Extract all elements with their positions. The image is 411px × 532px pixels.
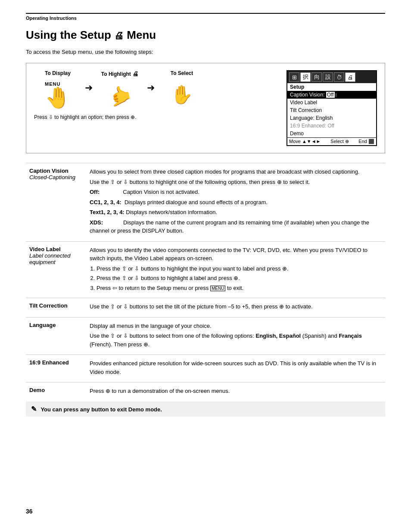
step-display-icon: MENU 🤚 [45,80,71,110]
steps-box: To Display MENU 🤚 ➜ To Highlight 🖨 [26,63,385,153]
icon-2: 択 [300,72,311,82]
step-display: To Display MENU 🤚 [34,70,81,110]
menu-demo: Demo [287,130,376,137]
tv-menu-icons: ⊞ 択 向 設 ⏱ 🖨 [287,71,376,83]
note-icon: ✎ [31,405,37,413]
menu-setup: Setup [287,83,376,91]
page-number: 36 [26,508,33,515]
desc-tilt: Use the ⇧ or ⇩ buttons to set the tilt o… [86,298,385,317]
header-line [26,13,385,14]
icon-4: 設 [323,72,333,82]
step-highlight: To Highlight 🖨 🤙 [96,70,143,111]
page-title: Using the Setup 🖨 Menu [26,28,385,42]
row-demo: Demo Press ⊕ to run a demonstration of t… [26,383,385,401]
row-video-label: Video Label Label connected equipment Al… [26,241,385,298]
icon-6: 🖨 [345,72,355,82]
desc-169: Provides enhanced picture resolution for… [86,355,385,383]
row-note: ✎ You can press any button to exit Demo … [26,401,385,417]
feature-name-169: 16:9 Enhanced [26,355,86,383]
setup-icon: 🖨 [114,30,124,41]
feature-name-tilt: Tilt Correction [26,298,86,317]
row-tilt: Tilt Correction Use the ⇧ or ⇩ buttons t… [26,298,385,317]
desc-caption-vision: Allows you to select from three closed c… [86,163,385,242]
step-display-label: To Display [45,70,71,76]
menu-video-label: Video Label [287,99,376,106]
icon-1: ⊞ [289,72,299,82]
step-highlight-icon: 🤙 [109,81,131,111]
step-highlight-label: To Highlight 🖨 [101,70,138,77]
arrow-2: ➜ [143,82,158,93]
icon-5: ⏱ [334,72,344,82]
select-hand: ✋ [171,86,193,104]
menu-caption: Caption Vision: Off↕ [287,91,376,99]
step-select-icon: ✋ [171,80,193,110]
feature-name-video: Video Label Label connected equipment [26,241,86,298]
menu-language: Language: English [287,114,376,122]
highlight-hand: 🤙 [106,84,133,107]
footer-end: End ⬛ [358,139,374,144]
feature-name-caption: Caption Vision Closed-Captioning [26,163,86,242]
step-select-label: To Select [171,70,193,76]
desc-demo: Press ⊕ to run a demonstration of the on… [86,383,385,401]
row-language: Language Display all menus in the langua… [26,317,385,355]
tv-menu-footer: Move ▲▼◄► Select ⊕ End ⬛ [287,137,376,145]
steps-caption: Press ⇩ to highlight an option; then pre… [34,114,282,120]
highlight-icon: 🖨 [132,70,138,77]
arrow-1: ➜ [81,82,96,93]
step-select: To Select ✋ [158,70,206,110]
steps-row: To Display MENU 🤚 ➜ To Highlight 🖨 [34,70,282,111]
header-label: Operating Instructions [26,16,385,21]
intro-text: To access the Setup menu, use the follow… [26,49,385,55]
feature-name-language: Language [26,317,86,355]
menu-169: 16:9 Enhanced: Off [287,122,376,130]
page: Operating Instructions Using the Setup 🖨… [0,0,411,532]
desc-language: Display all menus in the language of you… [86,317,385,355]
row-169: 16:9 Enhanced Provides enhanced picture … [26,355,385,383]
tv-menu: ⊞ 択 向 設 ⏱ 🖨 Setup Caption Vision: Off↕ V… [286,70,377,146]
row-caption-vision: Caption Vision Closed-Captioning Allows … [26,163,385,242]
desc-video-label: Allows you to identify the video compone… [86,241,385,298]
feature-name-demo: Demo [26,383,86,401]
note-content: ✎ You can press any button to exit Demo … [26,401,385,417]
menu-tilt: Tilt Correction [287,106,376,114]
footer-select: Select ⊕ [330,139,349,144]
menu-hand: 🤚 [45,87,71,108]
footer-move: Move ▲▼◄► [289,139,321,144]
tv-menu-display: ⊞ 択 向 設 ⏱ 🖨 Setup Caption Vision: Off↕ V… [286,70,377,146]
content-table: Caption Vision Closed-Captioning Allows … [26,163,385,417]
icon-3: 向 [311,72,322,82]
